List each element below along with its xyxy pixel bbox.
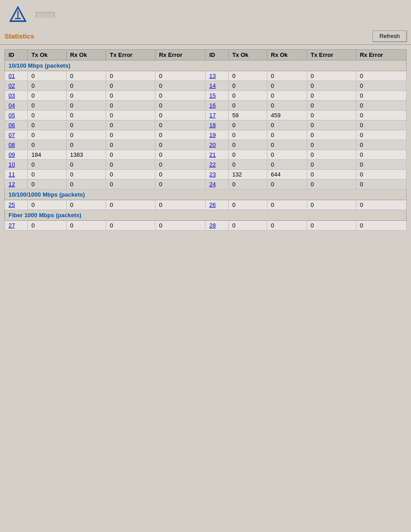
port-link-left[interactable]: 12 bbox=[9, 181, 15, 188]
cell-value: 0 bbox=[155, 160, 206, 170]
table-row: 1100002313264400 bbox=[5, 170, 407, 180]
port-link-right[interactable]: 13 bbox=[209, 73, 215, 79]
tab-area bbox=[36, 12, 55, 18]
cell-value: 0 bbox=[66, 180, 106, 189]
cell-value: 0 bbox=[228, 120, 267, 130]
cell-value: 59 bbox=[228, 111, 267, 120]
port-link-left[interactable]: 08 bbox=[9, 142, 15, 148]
cell-value: 0 bbox=[228, 180, 267, 189]
cell-value: 0 bbox=[356, 130, 406, 140]
cell-value: 0 bbox=[228, 130, 267, 140]
cell-value: 0 bbox=[28, 200, 66, 210]
cell-value: 0 bbox=[267, 130, 307, 140]
port-link-left[interactable]: 03 bbox=[9, 92, 15, 99]
port-link-right[interactable]: 17 bbox=[209, 112, 215, 119]
port-link-right[interactable]: 26 bbox=[209, 202, 215, 208]
refresh-button[interactable]: Refresh bbox=[372, 30, 407, 42]
port-link-right[interactable]: 20 bbox=[209, 142, 215, 148]
port-link-left[interactable]: 25 bbox=[9, 202, 15, 208]
port-link-right[interactable]: 22 bbox=[209, 161, 215, 168]
cell-value: 0 bbox=[155, 91, 206, 101]
port-link-left[interactable]: 10 bbox=[9, 161, 15, 168]
cell-value: 0 bbox=[228, 200, 267, 210]
tab-main[interactable] bbox=[36, 12, 55, 18]
port-link-right[interactable]: 16 bbox=[209, 102, 215, 109]
port-link-left[interactable]: 02 bbox=[9, 82, 15, 89]
table-row: 080000200000 bbox=[5, 140, 407, 150]
cell-value: 0 bbox=[28, 140, 66, 150]
col-id-left: ID bbox=[5, 50, 28, 60]
cell-value: 0 bbox=[155, 200, 206, 210]
cell-value: 0 bbox=[106, 81, 155, 91]
cell-value: 0 bbox=[106, 140, 155, 150]
table-row: 100000220000 bbox=[5, 160, 407, 170]
cell-value: 0 bbox=[356, 221, 406, 231]
table-row: 050000175945900 bbox=[5, 111, 407, 120]
cell-value: 0 bbox=[307, 81, 356, 91]
cell-value: 0 bbox=[228, 150, 267, 160]
section-header-row: 10/100/1000 Mbps (packets) bbox=[5, 189, 407, 200]
port-link-left[interactable]: 07 bbox=[9, 132, 15, 138]
cell-value: 0 bbox=[28, 91, 66, 101]
cell-value: 0 bbox=[356, 170, 406, 180]
stats-table: ID Tx Ok Rx Ok Tx Error Rx Error ID Tx O… bbox=[4, 49, 407, 231]
port-link-right[interactable]: 23 bbox=[209, 171, 215, 178]
cell-value: 0 bbox=[66, 120, 106, 130]
port-link-right[interactable]: 14 bbox=[209, 82, 215, 89]
table-row: 020000140000 bbox=[5, 81, 407, 91]
cell-value: 0 bbox=[356, 150, 406, 160]
col-tx-ok-left: Tx Ok bbox=[28, 50, 66, 60]
logo-icon bbox=[9, 5, 27, 24]
port-link-left[interactable]: 11 bbox=[9, 171, 15, 178]
cell-value: 0 bbox=[228, 101, 267, 111]
logo-area bbox=[4, 4, 31, 26]
cell-value: 0 bbox=[307, 160, 356, 170]
port-link-right[interactable]: 18 bbox=[209, 122, 215, 129]
cell-value: 0 bbox=[307, 120, 356, 130]
cell-value: 0 bbox=[106, 130, 155, 140]
table-row: 010000130000 bbox=[5, 71, 407, 81]
port-link-left[interactable]: 04 bbox=[9, 102, 15, 109]
section-header-row: 10/100 Mbps (packets) bbox=[5, 60, 407, 71]
col-id-right: ID bbox=[206, 50, 228, 60]
table-row: 070000190000 bbox=[5, 130, 407, 140]
cell-value: 0 bbox=[228, 140, 267, 150]
section-header-row: Fiber 1000 Mbps (packets) bbox=[5, 210, 407, 221]
col-rx-err-right: Rx Error bbox=[356, 50, 406, 60]
port-link-left[interactable]: 06 bbox=[9, 122, 15, 129]
cell-value: 0 bbox=[66, 111, 106, 120]
cell-value: 0 bbox=[307, 101, 356, 111]
cell-value: 0 bbox=[155, 140, 206, 150]
cell-value: 0 bbox=[66, 200, 106, 210]
cell-value: 0 bbox=[267, 150, 307, 160]
col-rx-ok-right: Rx Ok bbox=[267, 50, 307, 60]
cell-value: 0 bbox=[267, 101, 307, 111]
table-row: 270000280000 bbox=[5, 221, 407, 231]
cell-value: 0 bbox=[356, 180, 406, 189]
cell-value: 0 bbox=[267, 71, 307, 81]
cell-value: 0 bbox=[356, 101, 406, 111]
table-row: 030000150000 bbox=[5, 91, 407, 101]
port-link-right[interactable]: 19 bbox=[209, 132, 215, 138]
cell-value: 0 bbox=[267, 120, 307, 130]
cell-value: 0 bbox=[106, 170, 155, 180]
port-link-left[interactable]: 09 bbox=[9, 151, 15, 158]
cell-value: 0 bbox=[28, 71, 66, 81]
port-link-right[interactable]: 28 bbox=[209, 222, 215, 229]
port-link-left[interactable]: 01 bbox=[9, 73, 15, 79]
cell-value: 0 bbox=[106, 120, 155, 130]
cell-value: 0 bbox=[307, 130, 356, 140]
page-title: Statistics bbox=[4, 32, 34, 40]
table-row: 040000160000 bbox=[5, 101, 407, 111]
cell-value: 0 bbox=[28, 160, 66, 170]
port-link-left[interactable]: 27 bbox=[9, 222, 15, 229]
cell-value: 0 bbox=[106, 91, 155, 101]
port-link-right[interactable]: 24 bbox=[209, 181, 215, 188]
cell-value: 0 bbox=[155, 150, 206, 160]
port-link-right[interactable]: 21 bbox=[209, 151, 215, 158]
port-link-left[interactable]: 05 bbox=[9, 112, 15, 119]
col-rx-ok-left: Rx Ok bbox=[66, 50, 106, 60]
cell-value: 0 bbox=[267, 221, 307, 231]
cell-value: 0 bbox=[228, 71, 267, 81]
port-link-right[interactable]: 15 bbox=[209, 92, 215, 99]
